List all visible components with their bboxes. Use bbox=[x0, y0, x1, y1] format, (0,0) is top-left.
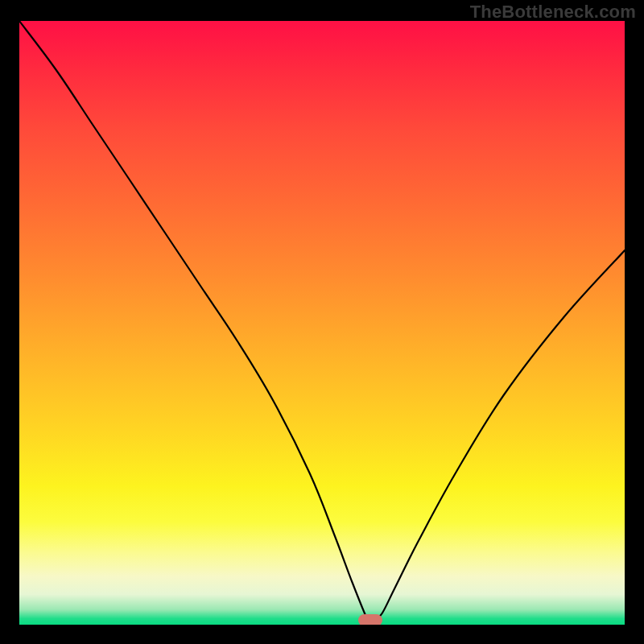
curve-path bbox=[19, 21, 625, 625]
chart-frame: TheBottleneck.com bbox=[0, 0, 644, 644]
watermark-text: TheBottleneck.com bbox=[470, 2, 636, 23]
optimal-marker bbox=[358, 614, 382, 625]
plot-area bbox=[19, 21, 625, 625]
bottleneck-curve bbox=[19, 21, 625, 625]
